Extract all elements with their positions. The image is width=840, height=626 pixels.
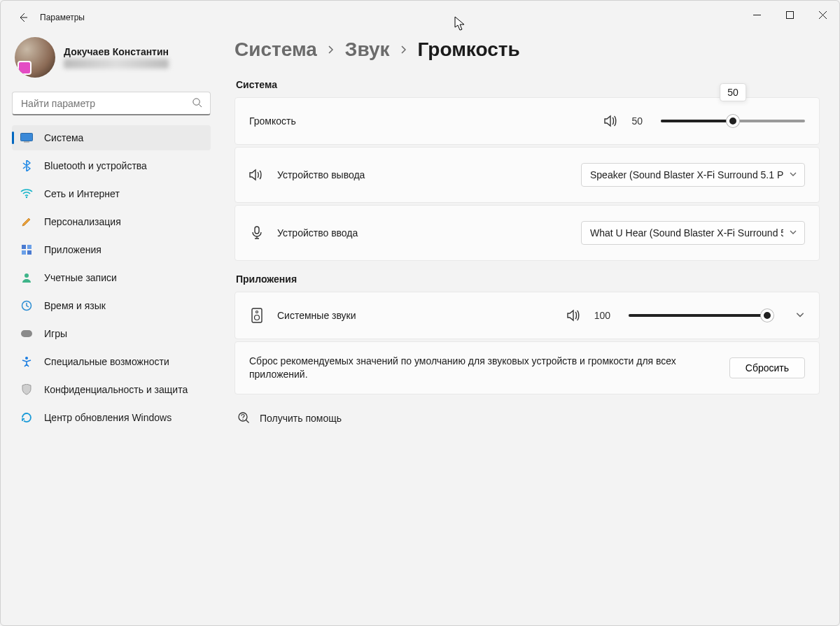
speaker-icon [249,167,265,183]
speaker-icon[interactable] [566,308,582,323]
panel-volume: Громкость 50 50 [234,97,820,145]
breadcrumb-system[interactable]: Система [234,38,317,61]
nav-item-accounts[interactable]: Учетные записи [12,265,211,290]
avatar-badge-icon [18,61,31,75]
sidebar: Докучаев Константин Система Bluetooth [1,34,222,626]
breadcrumb-current: Громкость [418,38,520,61]
expand-button[interactable] [795,310,805,322]
volume-slider[interactable]: 50 [661,114,805,128]
apps-icon [20,243,33,256]
breadcrumb-sound[interactable]: Звук [345,38,390,61]
minimize-button[interactable] [741,1,774,29]
nav-label: Система [44,132,83,143]
panel-output: Устройство вывода Speaker (Sound Blaster… [234,147,820,203]
maximize-button[interactable] [774,1,806,29]
nav-label: Учетные записи [44,272,117,283]
titlebar: Параметры [1,1,839,34]
svg-rect-5 [22,245,26,249]
svg-rect-11 [21,330,32,337]
svg-rect-0 [787,11,794,18]
microphone-icon [249,225,265,241]
nav-item-update[interactable]: Центр обновления Windows [12,405,211,430]
input-label: Устройство ввода [277,227,358,239]
chevron-right-icon [400,43,408,57]
svg-rect-3 [24,142,29,143]
nav-label: Игры [44,328,67,339]
person-icon [20,271,33,284]
svg-point-17 [239,413,247,421]
close-icon [819,11,827,19]
svg-rect-13 [255,227,259,234]
section-apps-header: Приложения [236,273,820,285]
svg-point-16 [255,315,260,320]
svg-rect-2 [21,134,33,141]
svg-point-9 [24,273,29,278]
nav-item-apps[interactable]: Приложения [12,237,211,262]
nav-label: Приложения [44,244,102,255]
clock-icon [20,299,33,312]
help-link[interactable]: Получить помощь [234,411,820,426]
svg-rect-7 [22,250,26,255]
content: Система Звук Громкость Система Громкость [222,34,839,626]
account-name: Докучаев Константин [64,46,169,57]
close-button[interactable] [806,1,839,29]
nav-item-privacy[interactable]: Конфиденциальность и защита [12,377,211,402]
accessibility-icon [20,355,33,368]
nav-item-personalization[interactable]: Персонализация [12,209,211,234]
nav-label: Время и язык [44,300,106,311]
svg-point-1 [193,99,200,105]
svg-point-12 [25,357,28,360]
back-button[interactable] [13,8,33,27]
speaker-icon[interactable] [603,113,619,129]
brush-icon [20,215,33,228]
bluetooth-icon [20,159,33,172]
nav-item-system[interactable]: Система [12,125,211,150]
chevron-down-icon [789,227,797,239]
panel-input: Устройство ввода What U Hear (Sound Blas… [234,205,820,261]
search-box[interactable] [12,92,211,115]
avatar [15,37,55,78]
account-block[interactable]: Докучаев Константин [12,34,211,87]
help-icon [237,411,250,426]
system-sounds-slider[interactable] [629,308,773,322]
window-controls [741,1,839,29]
nav-label: Bluetooth и устройства [44,160,147,171]
reset-button[interactable]: Сбросить [729,357,805,378]
volume-value: 50 [631,115,643,127]
svg-rect-8 [27,250,31,255]
arrow-left-icon [18,12,29,23]
device-speaker-icon [249,308,265,323]
search-icon [192,97,202,110]
minimize-icon [753,11,761,19]
output-dropdown[interactable]: Speaker (Sound Blaster X-Fi Surround 5.1… [581,163,805,187]
search-input[interactable] [12,92,211,115]
svg-point-15 [256,311,258,313]
reset-description: Сброс рекомендуемых значений по умолчани… [249,355,697,381]
svg-point-18 [242,419,243,420]
games-icon [20,327,33,340]
nav-item-network[interactable]: Сеть и Интернет [12,181,211,206]
nav-item-accessibility[interactable]: Специальные возможности [12,349,211,374]
system-icon [20,131,33,144]
window-title: Параметры [40,13,85,22]
volume-label: Громкость [249,115,296,127]
svg-point-4 [26,197,27,198]
panel-reset: Сброс рекомендуемых значений по умолчани… [234,341,820,394]
output-selected: Speaker (Sound Blaster X-Fi Surround 5.1… [590,169,783,180]
help-label: Получить помощь [260,413,342,424]
nav-label: Центр обновления Windows [44,412,172,423]
nav-item-games[interactable]: Игры [12,321,211,346]
panel-system-sounds: Системные звуки 100 [234,292,820,339]
svg-rect-6 [27,245,31,249]
account-email [64,59,169,69]
nav-label: Конфиденциальность и защита [44,384,188,395]
system-sounds-value: 100 [594,310,610,321]
nav-item-time-lang[interactable]: Время и язык [12,293,211,318]
nav-label: Специальные возможности [44,356,169,367]
input-selected: What U Hear (Sound Blaster X-Fi Surround… [590,227,783,239]
nav-label: Сеть и Интернет [44,188,120,199]
nav-label: Персонализация [44,216,121,227]
input-dropdown[interactable]: What U Hear (Sound Blaster X-Fi Surround… [581,221,805,245]
nav-item-bluetooth[interactable]: Bluetooth и устройства [12,153,211,178]
volume-tooltip: 50 [720,83,746,101]
